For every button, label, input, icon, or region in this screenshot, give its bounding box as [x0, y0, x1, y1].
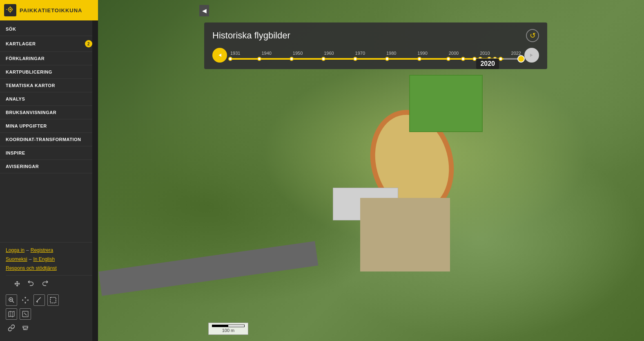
in-english-link[interactable]: In English	[33, 256, 55, 262]
scale-line	[212, 325, 245, 327]
svg-rect-13	[24, 329, 26, 330]
sidebar-item-aviseringar[interactable]: AVISERINGAR	[0, 160, 98, 173]
tool-move-button[interactable]	[11, 278, 23, 289]
support-link[interactable]: Respons och stödtjänst	[6, 265, 92, 271]
panel-title: Historiska flygbilder	[212, 30, 290, 41]
sidebar-collapse-button[interactable]: ◀	[199, 5, 209, 16]
separator-2: –	[29, 256, 32, 262]
login-link[interactable]: Logga in	[6, 247, 25, 253]
year-2000: 2000	[449, 51, 459, 56]
year-2022: 2022	[511, 51, 521, 56]
tool-measure-button[interactable]	[33, 294, 45, 306]
timeline-dot-1990	[417, 57, 421, 61]
tool-print-button[interactable]	[20, 322, 31, 334]
sidebar-item-analys[interactable]: ANALYS	[0, 92, 98, 106]
sidebar: PAIKKATIETOIKKUNA SÖK KARTLAGER 2 FÖRKLA…	[0, 0, 98, 341]
svg-rect-12	[24, 329, 27, 329]
scale-bar: 100 m	[208, 323, 248, 335]
sidebar-item-sok[interactable]: SÖK	[0, 22, 98, 36]
toolbar-row-4	[6, 322, 92, 334]
timeline-next-button[interactable]	[524, 48, 539, 63]
svg-rect-6	[50, 297, 56, 303]
footer-lang-links: Suomeksi – In English	[6, 256, 92, 262]
scale-label: 100 m	[222, 328, 235, 333]
app-title: PAIKKATIETOIKKUNA	[20, 7, 82, 13]
year-1970: 1970	[355, 51, 365, 56]
year-2010: 2010	[480, 51, 490, 56]
historic-panel: Historiska flygbilder ↺ 2020 1931 1940 1…	[204, 22, 547, 69]
toolbar-row-3	[6, 308, 92, 320]
timeline-dot-1950	[290, 57, 294, 61]
timeline-dot-1940	[257, 57, 261, 61]
timeline-dot-1970	[353, 57, 357, 61]
kartlager-badge: 2	[85, 40, 92, 47]
sidebar-item-tematiska-kartor[interactable]: TEMATISKA KARTOR	[0, 79, 98, 92]
toolbar-row-1	[6, 275, 92, 292]
year-1931: 1931	[230, 51, 240, 56]
tool-pan-button[interactable]	[20, 294, 31, 306]
svg-line-3	[12, 301, 14, 303]
tool-zoom-select-button[interactable]	[6, 294, 17, 306]
timeline-prev-button[interactable]	[212, 48, 227, 63]
year-1960: 1960	[324, 51, 334, 56]
tool-redo-button[interactable]	[39, 278, 51, 289]
timeline-handle[interactable]	[517, 55, 525, 63]
sidebar-item-bruksanvisningar[interactable]: BRUKSANVISNINGAR	[0, 106, 98, 119]
year-tooltip: 2020	[476, 58, 499, 69]
year-1940: 1940	[261, 51, 271, 56]
year-1980: 1980	[386, 51, 396, 56]
tool-select-area-button[interactable]	[47, 294, 59, 306]
toolbar-row-2	[6, 294, 92, 306]
logo-icon	[4, 4, 16, 16]
timeline-dot-2019	[499, 57, 503, 61]
timeline-dot-2000	[446, 57, 450, 61]
sidebar-item-mina-uppgifter[interactable]: MINA UPPGIFTER	[0, 119, 98, 133]
panel-close-button[interactable]: ↺	[526, 29, 539, 42]
sidebar-item-forklaringar[interactable]: FÖRKLARINGAR	[0, 52, 98, 65]
tool-select-button[interactable]	[20, 308, 31, 320]
timeline-dot-1980	[385, 57, 389, 61]
sidebar-item-koordinat-transformation[interactable]: KOORDINAT-TRANSFORMATION	[0, 133, 98, 146]
sidebar-scrollbar[interactable]	[92, 20, 98, 341]
construction-area	[360, 198, 450, 271]
timeline-dot-1960	[321, 57, 325, 61]
sidebar-item-kartlager[interactable]: KARTLAGER 2	[0, 36, 98, 52]
sidebar-item-kartpublicering[interactable]: KARTPUBLICERING	[0, 65, 98, 79]
green-field	[409, 75, 483, 132]
sidebar-header: PAIKKATIETOIKKUNA	[0, 0, 98, 20]
separator-1: –	[26, 247, 29, 253]
tool-map-button[interactable]	[6, 308, 17, 320]
tool-link-button[interactable]	[6, 322, 17, 334]
panel-header: Historiska flygbilder ↺	[212, 29, 539, 42]
timeline-dot-1931	[228, 57, 232, 61]
year-1990: 1990	[417, 51, 427, 56]
sidebar-item-inspire[interactable]: INSPIRE	[0, 146, 98, 160]
timeline-years: 1931 1940 1950 1960 1970 1980 1990 2000 …	[230, 51, 521, 56]
suomeksi-link[interactable]: Suomeksi	[6, 256, 27, 262]
sidebar-footer: Logga in – Registrera Suomeksi – In Engl…	[0, 242, 98, 341]
timeline-dot-2005	[461, 57, 465, 61]
register-link[interactable]: Registrera	[31, 247, 53, 253]
sidebar-nav: SÖK KARTLAGER 2 FÖRKLARINGAR KARTPUBLICE…	[0, 20, 98, 242]
footer-auth-links: Logga in – Registrera	[6, 247, 92, 253]
svg-point-1	[9, 9, 11, 10]
map-area[interactable]: ◀ Historiska flygbilder ↺ 2020 1931 1940…	[98, 0, 644, 341]
tool-undo-button[interactable]	[25, 278, 37, 289]
svg-line-10	[24, 313, 27, 315]
year-1950: 1950	[293, 51, 303, 56]
